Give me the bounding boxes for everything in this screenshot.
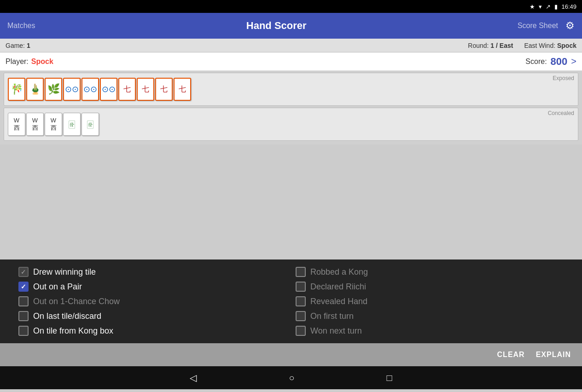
tile-char-1[interactable]: 七 xyxy=(118,78,136,101)
tile-west-1[interactable]: W西 xyxy=(8,113,25,136)
tile-west-2[interactable]: W西 xyxy=(26,113,44,136)
tile-circle-2[interactable]: ⊙⊙ xyxy=(81,78,99,101)
option-drew-winning-tile[interactable]: Drew winning tile xyxy=(18,267,286,277)
east-wind-label: East Wind: Spock xyxy=(524,42,576,49)
checkbox-won-next-turn[interactable] xyxy=(296,326,306,336)
score-label: Score: xyxy=(525,58,547,66)
checkbox-on-tile-from-kong[interactable] xyxy=(18,326,29,336)
option-revealed-hand[interactable]: Revealed Hand xyxy=(296,296,564,306)
clear-button[interactable]: CLEAR xyxy=(497,351,525,359)
checkbox-robbed-kong[interactable] xyxy=(296,267,306,277)
clock: 16:49 xyxy=(561,3,576,10)
checkbox-on-first-turn[interactable] xyxy=(296,311,306,321)
exposed-tiles-section: Exposed 🎋 🎍 🌿 ⊙⊙ ⊙⊙ ⊙⊙ 七 七 七 七 xyxy=(4,73,578,106)
player-label: Player: xyxy=(6,58,29,66)
exposed-tiles-row: 🎋 🎍 🌿 ⊙⊙ ⊙⊙ ⊙⊙ 七 七 七 七 xyxy=(8,78,191,101)
score-section: Score: 800 > xyxy=(525,56,576,68)
concealed-tiles-section: Concealed W西 W西 W西 🀅 🀅 xyxy=(4,108,578,141)
options-panel: Drew winning tile Robbed a Kong Out on a… xyxy=(0,259,582,343)
tile-circle-1[interactable]: ⊙⊙ xyxy=(63,78,81,101)
tile-circle-3[interactable]: ⊙⊙ xyxy=(100,78,117,101)
nav-bar: Matches Hand Scorer Score Sheet ⚙ xyxy=(0,13,582,39)
option-label-on-first-turn: On first turn xyxy=(310,311,354,321)
footer-bar: CLEAR EXPLAIN xyxy=(0,343,582,366)
app-title: Hand Scorer xyxy=(246,20,307,32)
option-label-declared-riichi: Declared Riichi xyxy=(310,282,366,292)
tile-bamboo-2[interactable]: 🎍 xyxy=(26,78,44,101)
concealed-label: Concealed xyxy=(548,110,574,116)
tile-char-2[interactable]: 七 xyxy=(137,78,154,101)
player-section: Player: Spock xyxy=(6,58,53,66)
checkbox-declared-riichi[interactable] xyxy=(296,282,306,292)
option-label-won-next-turn: Won next turn xyxy=(310,326,362,336)
concealed-tiles-row: W西 W西 W西 🀅 🀅 xyxy=(8,113,99,136)
tile-dragon-1[interactable]: 🀅 xyxy=(63,113,81,136)
option-label-on-tile-from-kong: On tile from Kong box xyxy=(33,326,113,336)
tile-bamboo-3[interactable]: 🌿 xyxy=(45,78,62,101)
checkbox-out-1-chance-chow[interactable] xyxy=(18,296,29,306)
settings-icon[interactable]: ⚙ xyxy=(565,20,575,32)
score-value: 800 xyxy=(551,56,568,68)
option-label-revealed-hand: Revealed Hand xyxy=(310,297,367,306)
android-nav: ◁ ○ □ xyxy=(0,366,582,389)
game-info-bar: Game: 1 Round: 1 / East East Wind: Spock xyxy=(0,39,582,52)
matches-nav[interactable]: Matches xyxy=(7,22,35,30)
option-label-out-on-pair: Out on a Pair xyxy=(33,282,82,292)
tile-char-3[interactable]: 七 xyxy=(155,78,173,101)
player-bar: Player: Spock Score: 800 > xyxy=(0,52,582,71)
empty-area xyxy=(0,144,582,259)
exposed-label: Exposed xyxy=(553,75,574,81)
checkbox-out-on-pair[interactable] xyxy=(18,282,29,292)
checkbox-on-last-tile[interactable] xyxy=(18,311,29,321)
game-number-label: Game: 1 xyxy=(6,42,30,49)
option-robbed-kong[interactable]: Robbed a Kong xyxy=(296,267,564,277)
option-out-on-pair[interactable]: Out on a Pair xyxy=(18,282,286,292)
checkbox-drew-winning-tile[interactable] xyxy=(18,267,29,277)
option-label-drew-winning-tile: Drew winning tile xyxy=(33,267,96,277)
battery-icon: ▮ xyxy=(554,3,558,10)
tile-char-4[interactable]: 七 xyxy=(174,78,191,101)
option-on-last-tile[interactable]: On last tile/discard xyxy=(18,311,286,321)
option-won-next-turn[interactable]: Won next turn xyxy=(296,326,564,336)
option-declared-riichi[interactable]: Declared Riichi xyxy=(296,282,564,292)
tile-west-3[interactable]: W西 xyxy=(45,113,62,136)
tile-bamboo-1[interactable]: 🎋 xyxy=(8,78,25,101)
player-name: Spock xyxy=(31,58,53,66)
round-info: Round: 1 / East East Wind: Spock xyxy=(468,42,576,49)
explain-button[interactable]: EXPLAIN xyxy=(536,351,571,359)
option-out-1-chance-chow[interactable]: Out on 1-Chance Chow xyxy=(18,296,286,306)
options-grid: Drew winning tile Robbed a Kong Out on a… xyxy=(18,267,564,336)
round-label: Round: 1 / East xyxy=(468,42,513,49)
signal-icon: ↗ xyxy=(546,3,551,10)
home-button[interactable]: ○ xyxy=(289,373,294,383)
checkbox-revealed-hand[interactable] xyxy=(296,296,306,306)
score-arrow[interactable]: > xyxy=(571,56,576,67)
option-on-tile-from-kong[interactable]: On tile from Kong box xyxy=(18,326,286,336)
option-label-out-1-chance-chow: Out on 1-Chance Chow xyxy=(33,297,120,306)
status-bar: ★ ▾ ↗ ▮ 16:49 xyxy=(0,0,582,13)
option-on-first-turn[interactable]: On first turn xyxy=(296,311,564,321)
wifi-icon: ▾ xyxy=(539,3,542,10)
tile-dragon-2[interactable]: 🀅 xyxy=(81,113,99,136)
score-sheet-nav[interactable]: Score Sheet xyxy=(518,22,558,30)
tiles-area: Exposed 🎋 🎍 🌿 ⊙⊙ ⊙⊙ ⊙⊙ 七 七 七 七 Concealed… xyxy=(0,71,582,144)
option-label-on-last-tile: On last tile/discard xyxy=(33,311,101,321)
recents-button[interactable]: □ xyxy=(387,373,392,383)
star-icon: ★ xyxy=(530,3,535,10)
back-button[interactable]: ◁ xyxy=(190,372,197,383)
option-label-robbed-kong: Robbed a Kong xyxy=(310,267,368,277)
